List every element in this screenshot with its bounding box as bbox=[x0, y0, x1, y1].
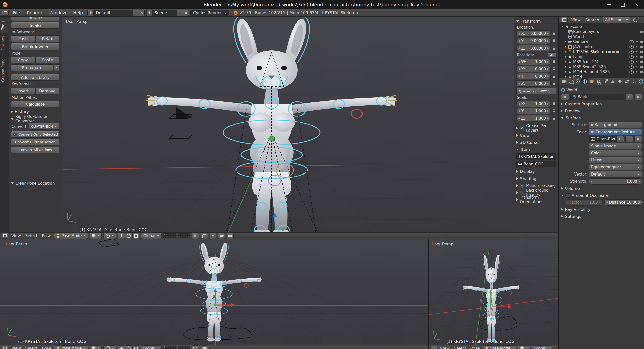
convert-mode-dropdown[interactable]: QUATERNION bbox=[29, 123, 59, 130]
convert-all-actions-button[interactable]: Convert All Actions bbox=[11, 147, 59, 153]
cursor-panel-header[interactable]: 3D Cursor bbox=[516, 139, 556, 145]
rotate-manipulator-button[interactable] bbox=[125, 345, 132, 349]
render-opengl-button[interactable] bbox=[218, 233, 225, 239]
scale-button[interactable]: Scale bbox=[11, 22, 59, 29]
view-panel-header[interactable]: View bbox=[516, 132, 556, 138]
selectability-toggle-icon[interactable] bbox=[636, 45, 638, 48]
window-menu[interactable]: Window bbox=[47, 10, 69, 15]
maximize-button[interactable] bbox=[616, 0, 630, 9]
surface-shader-dropdown[interactable]: Background bbox=[589, 122, 642, 128]
render-toggle-icon[interactable] bbox=[640, 31, 643, 33]
checkbox-unchecked-icon[interactable] bbox=[520, 191, 524, 195]
checkbox-checked-icon[interactable] bbox=[520, 184, 524, 188]
transform-panel-header[interactable]: Transform bbox=[516, 18, 556, 24]
render-toggle-icon[interactable] bbox=[640, 41, 643, 43]
lock-button[interactable] bbox=[551, 110, 556, 112]
render-toggle-icon[interactable] bbox=[640, 66, 643, 68]
side-3d-canvas[interactable] bbox=[429, 239, 558, 345]
disclosure-closed-icon[interactable] bbox=[565, 51, 566, 53]
disclosure-closed-icon[interactable] bbox=[565, 76, 566, 78]
visibility-toggle-icon[interactable] bbox=[629, 65, 634, 69]
render-toggle-icon[interactable] bbox=[640, 56, 643, 58]
outliner-item-renderlayers[interactable]: RenderLayers bbox=[559, 29, 644, 34]
visibility-toggle-icon[interactable] bbox=[629, 70, 634, 74]
disclosure-closed-icon[interactable] bbox=[565, 56, 566, 58]
lock-to-scene-button[interactable] bbox=[192, 233, 199, 239]
add-to-library-button[interactable]: Add To Library bbox=[11, 74, 59, 81]
outliner-item-krystal-skeleton[interactable]: KRYSTAL Skeleton bbox=[559, 49, 644, 54]
propagate-button[interactable]: Propagate bbox=[11, 64, 53, 71]
material-tab[interactable] bbox=[617, 78, 623, 84]
pivot-dropdown[interactable] bbox=[103, 233, 116, 239]
volume-panel-header[interactable]: Volume bbox=[561, 185, 642, 191]
browse-world-button[interactable] bbox=[561, 94, 569, 100]
rotation-mode-dropdown[interactable]: Quaternion (WXYZ) bbox=[516, 88, 556, 94]
color-input-dropdown[interactable]: Environment Texture bbox=[589, 129, 642, 135]
settings-panel-header[interactable]: Settings bbox=[561, 213, 642, 220]
visibility-toggle-icon[interactable] bbox=[629, 60, 634, 64]
outliner-item-lamp[interactable]: Lamp bbox=[559, 54, 644, 59]
browse-layouts-icon[interactable] bbox=[88, 10, 93, 16]
unlink-datablock-button[interactable] bbox=[634, 94, 642, 100]
close-button[interactable] bbox=[630, 0, 644, 9]
layers-widget[interactable] bbox=[163, 346, 190, 349]
editor-type-button[interactable] bbox=[430, 346, 437, 349]
outliner-item-mbs-axe[interactable]: MBS-Axe_274 bbox=[559, 59, 644, 64]
render-opengl-button[interactable] bbox=[201, 345, 208, 349]
rotation-x-field[interactable]: X:0.000 bbox=[516, 66, 551, 72]
shading-panel-header[interactable]: Shading bbox=[516, 176, 556, 182]
scene-selector[interactable]: Scene bbox=[146, 10, 189, 16]
rotation-w-field[interactable]: W:1.000 bbox=[516, 59, 551, 65]
shading-dropdown[interactable] bbox=[518, 345, 530, 349]
modifiers-tab[interactable] bbox=[602, 78, 609, 84]
particles-tab[interactable] bbox=[631, 78, 637, 84]
world-datablock-field[interactable]: World bbox=[570, 94, 624, 100]
orientation-dropdown[interactable]: Global bbox=[141, 345, 162, 349]
scale-x-field[interactable]: X:1.000 bbox=[516, 101, 551, 107]
fake-user-button[interactable]: F bbox=[625, 94, 633, 100]
layers-widget[interactable] bbox=[163, 233, 190, 238]
pose-menu[interactable]: Pose bbox=[469, 346, 481, 349]
selectability-toggle-icon[interactable] bbox=[636, 65, 638, 68]
preview-panel-header[interactable]: Preview bbox=[561, 108, 642, 114]
render-toggle-icon[interactable] bbox=[640, 61, 643, 63]
rigify-panel-header[interactable]: Rigify Quat/Euler Converter bbox=[11, 116, 59, 122]
image-datablock-field[interactable]: Ditch-River_2k.hdr bbox=[589, 136, 615, 142]
lock-button[interactable] bbox=[551, 75, 556, 78]
ao-distance-field[interactable]: Distance:10.000 bbox=[604, 199, 642, 206]
scale-y-field[interactable]: Y:1.000 bbox=[516, 108, 551, 114]
render-tab[interactable] bbox=[560, 78, 567, 84]
main-3d-viewport[interactable]: User Persp (1) KRYSTAL Skeleton : Bone_C… bbox=[0, 17, 514, 232]
ground-object-wireframe[interactable] bbox=[479, 317, 517, 330]
checkbox-unchecked-icon[interactable] bbox=[566, 193, 570, 198]
side-3d-viewport[interactable]: User Persp (1) KRYSTAL Skeleton : Bone_C… bbox=[429, 239, 558, 345]
lock-rotation-4d-toggle[interactable]: 4L bbox=[548, 52, 556, 58]
texture-tab[interactable] bbox=[624, 78, 630, 84]
translate-manipulator-button[interactable] bbox=[118, 233, 125, 239]
browse-scenes-icon[interactable] bbox=[146, 10, 152, 16]
clear-pose-location-panel-header[interactable]: Clear Pose Location bbox=[11, 180, 59, 186]
image-source-dropdown[interactable]: Single Image bbox=[589, 143, 642, 149]
render-toggle-icon[interactable] bbox=[640, 71, 643, 73]
lock-button[interactable] bbox=[551, 102, 556, 105]
lock-button[interactable] bbox=[551, 117, 556, 120]
visibility-toggle-icon[interactable] bbox=[629, 55, 634, 59]
render-menu[interactable]: Render bbox=[24, 10, 45, 15]
custom-properties-panel-header[interactable]: Custom Properties bbox=[561, 101, 642, 107]
render-toggle-icon[interactable] bbox=[640, 51, 643, 53]
image-fake-user-button[interactable]: F bbox=[616, 136, 624, 142]
scale-z-field[interactable]: Z:1.000 bbox=[516, 115, 551, 121]
selectability-toggle-icon[interactable] bbox=[636, 70, 638, 73]
item-panel-header[interactable]: Item bbox=[516, 146, 556, 152]
weapon-prop-wireframe[interactable] bbox=[169, 107, 192, 139]
lock-button[interactable] bbox=[551, 32, 556, 35]
orientation-dropdown[interactable]: Global bbox=[532, 345, 552, 349]
disclosure-closed-icon[interactable] bbox=[565, 61, 566, 63]
tab-grease-pencil[interactable]: Grease Pencil bbox=[0, 54, 9, 85]
lock-button[interactable] bbox=[551, 82, 556, 85]
disclosure-closed-icon[interactable] bbox=[565, 41, 566, 43]
push-button[interactable]: Push bbox=[11, 35, 35, 42]
lock-button[interactable] bbox=[551, 68, 556, 70]
select-menu[interactable]: Select bbox=[453, 346, 467, 349]
ambient-occlusion-panel-header[interactable]: Ambient Occlusion bbox=[561, 192, 642, 198]
